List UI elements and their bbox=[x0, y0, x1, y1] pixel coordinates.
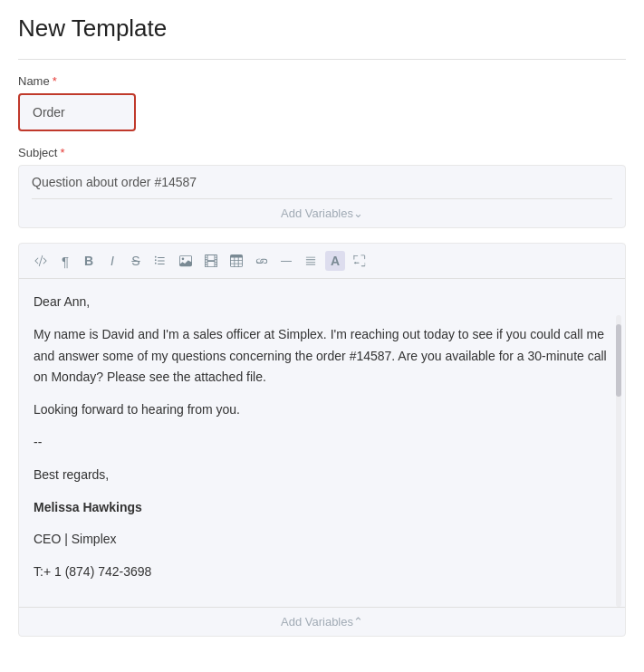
editor-separator: -- bbox=[34, 432, 610, 454]
editor-signature-name: Melissa Hawkings bbox=[34, 497, 610, 519]
editor-body[interactable]: Dear Ann, My name is David and I'm a sal… bbox=[19, 279, 625, 607]
editor-body-wrapper: Dear Ann, My name is David and I'm a sal… bbox=[19, 279, 625, 607]
subject-box: Question about order #14587 Add Variable… bbox=[18, 165, 626, 228]
subject-add-variables-button[interactable]: Add Variables⌄ bbox=[32, 198, 612, 227]
toolbar-hr-button[interactable]: — bbox=[276, 251, 296, 271]
scrollbar-track bbox=[616, 315, 621, 607]
editor-closing: Looking forward to hearing from you. bbox=[34, 399, 610, 421]
toolbar-bullet-list-button[interactable] bbox=[149, 251, 171, 271]
editor-add-variables-button[interactable]: Add Variables⌃ bbox=[19, 607, 625, 636]
title-divider bbox=[18, 59, 626, 60]
name-input[interactable] bbox=[33, 105, 121, 120]
toolbar-align-button[interactable] bbox=[300, 251, 322, 271]
editor-signature-phone: T:+ 1 (874) 742-3698 bbox=[34, 562, 610, 583]
toolbar-link-button[interactable] bbox=[251, 251, 273, 271]
subject-required-star: * bbox=[60, 146, 64, 159]
name-field-section: Name* bbox=[18, 74, 626, 131]
toolbar-code-button[interactable] bbox=[30, 251, 52, 271]
editor-greeting: Dear Ann, bbox=[34, 292, 610, 313]
toolbar-italic-button[interactable]: I bbox=[102, 251, 122, 271]
toolbar-image-button[interactable] bbox=[175, 251, 197, 271]
toolbar-bold-button[interactable]: B bbox=[79, 251, 99, 271]
toolbar-expand-button[interactable] bbox=[349, 251, 370, 271]
subject-label: Subject* bbox=[18, 146, 626, 159]
toolbar-paragraph-button[interactable]: ¶ bbox=[55, 251, 75, 271]
name-field-wrapper[interactable] bbox=[18, 93, 136, 131]
editor-signature-title: CEO | Simplex bbox=[34, 529, 610, 551]
toolbar-font-color-button[interactable]: A bbox=[325, 251, 345, 271]
subject-field-section: Subject* Question about order #14587 Add… bbox=[18, 146, 626, 228]
toolbar-table-button[interactable] bbox=[226, 251, 247, 271]
subject-value[interactable]: Question about order #14587 bbox=[32, 175, 612, 198]
name-label: Name* bbox=[18, 74, 626, 88]
editor-section: ¶ B I S — A Dear Ann, My name is D bbox=[18, 243, 626, 637]
editor-body-text: My name is David and I'm a sales officer… bbox=[34, 324, 610, 389]
scrollbar-thumb bbox=[616, 324, 621, 397]
toolbar-strikethrough-button[interactable]: S bbox=[126, 251, 146, 271]
page-title: New Template bbox=[18, 14, 626, 43]
toolbar-video-button[interactable] bbox=[200, 251, 222, 271]
name-required-star: * bbox=[53, 74, 57, 88]
editor-salutation: Best regards, bbox=[34, 465, 610, 486]
editor-toolbar: ¶ B I S — A bbox=[19, 244, 625, 279]
